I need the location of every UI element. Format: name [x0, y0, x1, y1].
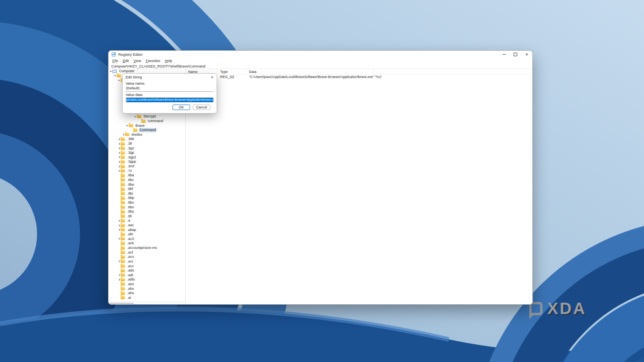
tree-horizontal-scrollbar[interactable]	[109, 301, 185, 304]
folder-icon	[141, 120, 146, 123]
tree-item-label: .adt	[126, 273, 134, 277]
tree-item-aes[interactable]: .aes	[109, 282, 185, 287]
column-header-data[interactable]: Data	[247, 69, 374, 74]
chevron-down-icon[interactable]	[134, 115, 137, 118]
chevron-right-icon[interactable]	[117, 228, 121, 231]
window-titlebar[interactable]: Registry Editor	[109, 51, 532, 58]
maximize-button[interactable]	[510, 51, 521, 58]
chevron-right-icon[interactable]	[122, 133, 125, 136]
tree-item-abr[interactable]: .abr	[109, 232, 185, 237]
tree-item-8ba[interactable]: .8ba	[109, 173, 185, 178]
tree-item-label: Decrypt	[143, 114, 157, 119]
tree-item-shellex[interactable]: shellex	[109, 133, 185, 137]
registry-address-bar[interactable]: Computer\HKEY_CLASSES_ROOT\*\shell\Brave…	[109, 64, 532, 69]
tree-item-brave[interactable]: Brave	[109, 123, 185, 128]
folder-icon	[121, 160, 125, 163]
tree-item-ahu[interactable]: .ahu	[109, 291, 185, 296]
tree-item-label: Computer	[118, 69, 135, 73]
ok-button[interactable]: OK	[173, 105, 190, 110]
chevron-right-icon[interactable]	[117, 156, 121, 159]
tree-item-ai[interactable]: .ai	[109, 295, 185, 300]
chevron-right-icon[interactable]	[117, 151, 121, 154]
tree-item-386[interactable]: .386	[109, 137, 185, 142]
chevron-right-icon[interactable]	[117, 260, 121, 263]
chevron-spacer	[138, 120, 141, 123]
tree-item-3mf[interactable]: .3mf	[109, 164, 185, 169]
tree-item-command[interactable]: command	[109, 119, 185, 124]
column-header-type[interactable]: Type	[218, 69, 247, 74]
chevron-spacer	[117, 269, 121, 272]
tree-item-decrypt[interactable]: Decrypt	[109, 114, 185, 119]
tree-item-adt[interactable]: .adt	[109, 273, 185, 277]
tree-item-acf[interactable]: .acf	[109, 250, 185, 255]
tree-item-8by[interactable]: .8by	[109, 209, 185, 214]
tree-item-3gpp[interactable]: .3gpp	[109, 160, 185, 164]
chevron-right-icon[interactable]	[117, 273, 121, 277]
chevron-down-icon[interactable]	[126, 124, 129, 127]
tree-item-8bp[interactable]: .8bp	[109, 196, 185, 201]
chevron-right-icon[interactable]	[117, 169, 121, 172]
value-name-field[interactable]: (Default)	[126, 85, 213, 92]
tree-item-computer[interactable]: Computer	[109, 69, 185, 74]
chevron-right-icon[interactable]	[117, 147, 121, 150]
tree-item-adts[interactable]: .adts	[109, 277, 185, 282]
tree-item-8bs[interactable]: .8bs	[109, 201, 185, 205]
tree-item-8li[interactable]: .8li	[109, 214, 185, 219]
tree-item-command[interactable]: Command	[109, 128, 185, 133]
chevron-right-icon[interactable]	[117, 237, 121, 240]
registry-value-pane: NameTypeData ab(Default)REG_SZ"C:\Users\…	[186, 69, 532, 304]
value-data-input[interactable]: pData\Local\BraveSoftware\Brave-Browser\…	[126, 98, 213, 102]
tree-item-8bi[interactable]: .8bi	[109, 191, 185, 196]
tree-item-ac3[interactable]: .ac3	[109, 237, 185, 241]
tree-item-a[interactable]: .a	[109, 218, 185, 223]
chevron-right-icon[interactable]	[117, 165, 121, 168]
tree-item-ado[interactable]: .ado	[109, 268, 185, 273]
chevron-down-icon[interactable]	[109, 70, 112, 73]
menu-item-help[interactable]: Help	[162, 59, 174, 63]
chevron-right-icon[interactable]	[117, 278, 121, 281]
dialog-close-icon[interactable]	[211, 75, 213, 79]
registry-value-row[interactable]: ab(Default)REG_SZ"C:\Users\joaoc\AppData…	[186, 75, 532, 79]
tree-item-accountpicturems[interactable]: .accountpicture-ms	[109, 246, 185, 250]
close-button[interactable]	[521, 51, 532, 58]
chevron-spacer	[117, 256, 121, 259]
scrollbar-thumb[interactable]	[110, 303, 134, 304]
chevron-right-icon[interactable]	[117, 160, 121, 163]
tree-item-aac[interactable]: .aac	[109, 223, 185, 228]
dialog-titlebar[interactable]: Edit String	[123, 74, 217, 80]
tree-item-3fr[interactable]: .3fr	[109, 142, 185, 146]
tree-item-3gp2[interactable]: .3gp2	[109, 155, 185, 160]
folder-icon	[129, 124, 133, 127]
tree-item-8bc[interactable]: .8bc	[109, 178, 185, 183]
chevron-spacer	[117, 242, 121, 245]
minimize-button[interactable]	[498, 51, 510, 58]
tree-item-8bf[interactable]: .8bf	[109, 187, 185, 192]
tree-item-abap[interactable]: .abap	[109, 227, 185, 232]
tree-item-8be[interactable]: .8be	[109, 182, 185, 187]
tree-item-ahs[interactable]: .ahs	[109, 286, 185, 291]
chevron-down-icon[interactable]	[114, 74, 117, 77]
menu-item-favorites[interactable]: Favorites	[143, 59, 162, 63]
tree-item-act[interactable]: .act	[109, 259, 185, 264]
menu-item-edit[interactable]: Edit	[121, 59, 132, 63]
tree-item-7z[interactable]: .7z	[109, 169, 185, 173]
cancel-button[interactable]: Cancel	[193, 105, 210, 110]
folder-icon	[121, 287, 125, 290]
tree-item-label: .3g2	[126, 146, 135, 151]
menu-item-view[interactable]: View	[131, 59, 143, 63]
tree-item-acb[interactable]: .acb	[109, 241, 185, 246]
tree-item-aco[interactable]: .aco	[109, 255, 185, 259]
tree-item-label: .8ba	[126, 173, 135, 177]
chevron-right-icon[interactable]	[117, 142, 121, 146]
tree-item-3g2[interactable]: .3g2	[109, 146, 185, 151]
chevron-down-icon[interactable]	[117, 79, 121, 82]
menu-item-file[interactable]: File	[110, 59, 121, 63]
tree-item-8bx[interactable]: .8bx	[109, 205, 185, 209]
chevron-right-icon[interactable]	[117, 138, 121, 141]
folder-icon	[121, 296, 125, 299]
chevron-right-icon[interactable]	[117, 224, 121, 227]
tree-item-acv[interactable]: .acv	[109, 264, 185, 268]
tree-item-label: .8bs	[126, 201, 135, 205]
chevron-right-icon[interactable]	[117, 219, 121, 222]
tree-item-3gp[interactable]: .3gp	[109, 151, 185, 155]
